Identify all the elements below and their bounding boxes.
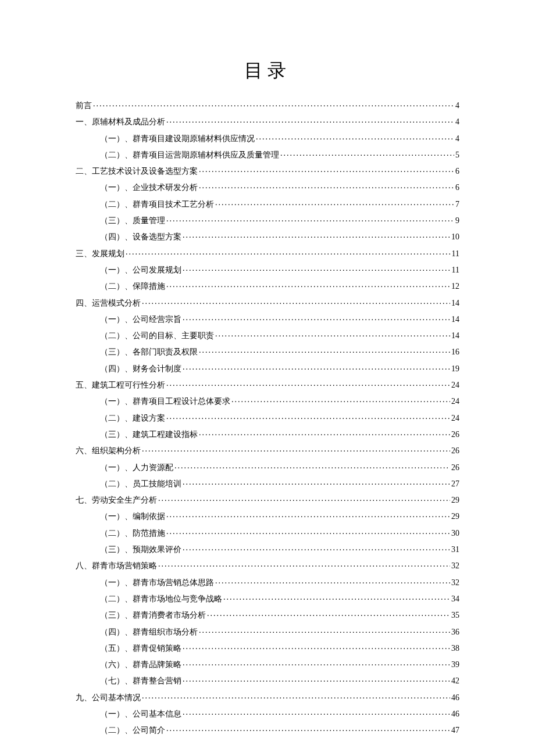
toc-leader-dots (199, 182, 454, 190)
toc-entry-label: 前言 (76, 102, 92, 110)
toc-entry-page: 5 (455, 151, 459, 159)
toc-entry: （一）、群青市场营销总体思路32 (76, 577, 459, 587)
toc-entry-page: 4 (455, 118, 459, 126)
toc-entry: （一）、群青项目工程设计总体要求24 (76, 396, 459, 406)
toc-entry: （一）、人力资源配26 (76, 462, 459, 472)
toc-entry: （三）、群青消费者市场分析35 (76, 610, 459, 619)
toc-entry: （二）、公司的目标、主要职责14 (76, 330, 459, 340)
toc-entry-page: 26 (451, 431, 459, 439)
toc-entry-page: 31 (451, 546, 459, 554)
toc-leader-dots (280, 149, 454, 157)
toc-leader-dots (166, 528, 450, 536)
toc-entry-page: 24 (451, 381, 459, 389)
toc-entry: （三）、各部门职责及权限16 (76, 346, 459, 356)
toc-leader-dots (142, 692, 450, 700)
toc-entry-page: 36 (451, 628, 459, 636)
toc-entry-label: （一）、公司发展规划 (100, 266, 181, 274)
toc-entry-label: 二、工艺技术设计及设备选型方案 (76, 167, 198, 175)
toc-entry-label: （一）、公司经营宗旨 (100, 316, 181, 324)
toc-entry-page: 26 (451, 447, 459, 455)
toc-entry-label: （一）、群青项目工程设计总体要求 (100, 397, 230, 406)
toc-entry: 三、发展规划11 (76, 248, 459, 258)
toc-leader-dots (183, 363, 450, 371)
toc-entry-page: 32 (451, 562, 459, 570)
toc-entry-label: （一）、公司基本信息 (100, 710, 181, 718)
toc-leader-dots (142, 298, 450, 306)
toc-entry-page: 47 (451, 726, 459, 734)
toc-entry-page: 11 (452, 250, 459, 258)
toc-entry: 四、运营模式分析14 (76, 298, 459, 307)
toc-entry-page: 12 (451, 282, 459, 291)
toc-entry: （一）、企业技术研发分析6 (76, 182, 459, 192)
toc-entry-label: （二）、群青项目技术工艺分析 (100, 200, 214, 209)
toc-entry-label: （四）、设备选型方案 (100, 233, 181, 241)
toc-entry-label: （二）、保障措施 (100, 282, 165, 291)
toc-entry-page: 19 (451, 365, 459, 373)
toc-entry-label: （三）、质量管理 (100, 217, 165, 225)
toc-leader-dots (256, 133, 454, 141)
toc-leader-dots (166, 281, 450, 289)
toc-entry-page: 26 (451, 464, 459, 472)
toc-leader-dots (166, 215, 454, 223)
toc-entry-page: 34 (451, 595, 459, 603)
toc-entry-page: 24 (451, 414, 459, 422)
toc-entry-label: （一）、人力资源配 (100, 464, 173, 472)
toc-leader-dots (142, 445, 450, 453)
toc-leader-dots (183, 659, 450, 667)
toc-entry: （二）、群青项目运营期原辅材料供应及质量管理5 (76, 149, 459, 159)
toc-entry-page: 14 (451, 299, 459, 307)
table-of-contents: 前言4一、原辅材料及成品分析4（一）、群青项目建设期原辅材料供应情况4（二）、群… (76, 100, 459, 734)
toc-entry: （五）、群青促销策略38 (76, 643, 459, 653)
toc-entry: 二、工艺技术设计及设备选型方案6 (76, 166, 459, 175)
toc-entry-label: （三）、各部门职责及权限 (100, 348, 198, 356)
toc-entry: （四）、群青组织市场分析36 (76, 626, 459, 636)
toc-entry-page: 35 (451, 611, 459, 619)
toc-entry-page: 11 (452, 266, 459, 274)
toc-entry-label: （二）、建设方案 (100, 414, 165, 422)
toc-entry-label: 三、发展规划 (76, 250, 124, 258)
toc-entry-label: （五）、群青促销策略 (100, 644, 181, 653)
toc-leader-dots (183, 231, 450, 239)
toc-leader-dots (166, 379, 450, 388)
toc-entry: （三）、质量管理9 (76, 215, 459, 225)
toc-entry: 八、群青市场营销策略32 (76, 560, 459, 570)
toc-entry-label: 六、组织架构分析 (76, 447, 141, 455)
toc-entry: （一）、群青项目建设期原辅材料供应情况4 (76, 133, 459, 143)
toc-entry-page: 30 (451, 529, 459, 538)
toc-entry-label: （四）、财务会计制度 (100, 365, 181, 373)
toc-leader-dots (183, 478, 450, 486)
toc-entry: （四）、财务会计制度19 (76, 363, 459, 373)
toc-entry: 一、原辅材料及成品分析4 (76, 116, 459, 126)
toc-entry-label: （三）、建筑工程建设指标 (100, 431, 198, 439)
toc-entry-label: 一、原辅材料及成品分析 (76, 118, 165, 126)
toc-entry-page: 10 (451, 233, 459, 241)
toc-entry: （二）、建设方案24 (76, 413, 459, 422)
toc-title: 目录 (76, 58, 459, 84)
toc-entry-page: 42 (451, 677, 459, 685)
toc-entry-label: （二）、防范措施 (100, 529, 165, 538)
toc-leader-dots (166, 511, 450, 519)
toc-entry-page: 24 (451, 397, 459, 406)
toc-entry-page: 27 (451, 480, 459, 488)
toc-leader-dots (183, 708, 450, 716)
toc-entry: （二）、群青市场地位与竞争战略34 (76, 593, 459, 603)
toc-entry-label: （七）、群青整合营销 (100, 677, 181, 685)
toc-leader-dots (166, 116, 454, 124)
toc-entry-page: 14 (451, 332, 459, 340)
toc-entry-label: 八、群青市场营销策略 (76, 562, 157, 570)
toc-leader-dots (199, 626, 450, 635)
toc-leader-dots (174, 462, 450, 470)
toc-entry-page: 9 (455, 217, 459, 225)
toc-entry-label: （二）、群青项目运营期原辅材料供应及质量管理 (100, 151, 279, 159)
toc-entry: （四）、设备选型方案10 (76, 231, 459, 241)
toc-entry-page: 32 (451, 579, 459, 587)
toc-entry: （一）、编制依据29 (76, 511, 459, 521)
toc-entry-page: 46 (451, 710, 459, 718)
toc-leader-dots (126, 248, 451, 256)
toc-leader-dots (215, 577, 450, 585)
toc-entry-label: （三）、群青消费者市场分析 (100, 611, 206, 619)
toc-entry-label: （一）、编制依据 (100, 513, 165, 521)
toc-leader-dots (183, 264, 451, 273)
toc-entry: （三）、建筑工程建设指标26 (76, 429, 459, 439)
toc-leader-dots (166, 413, 450, 421)
